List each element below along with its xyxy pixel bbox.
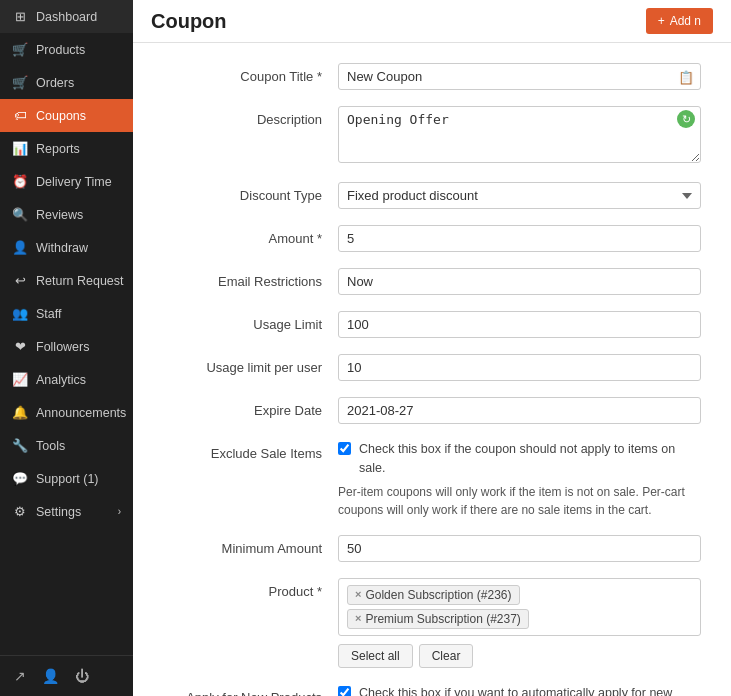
sidebar-item-coupons[interactable]: 🏷 Coupons: [0, 99, 133, 132]
sidebar-item-dashboard[interactable]: ⊞ Dashboard: [0, 0, 133, 33]
followers-icon: ❤: [12, 339, 28, 354]
product-btn-group: Select all Clear: [338, 644, 701, 668]
expire-date-input[interactable]: [338, 397, 701, 424]
announcements-icon: 🔔: [12, 405, 28, 420]
sidebar-item-withdraw[interactable]: 👤 Withdraw: [0, 231, 133, 264]
usage-limit-per-user-control: [338, 354, 701, 381]
sidebar-label-support: Support (1): [36, 472, 99, 486]
product-tag-2: × Premium Subscription (#237): [347, 609, 529, 629]
sidebar-label-reports: Reports: [36, 142, 80, 156]
exclude-sale-items-checkbox[interactable]: [338, 442, 351, 455]
product-control: × Golden Subscription (#236) × Premium S…: [338, 578, 701, 668]
sidebar-label-orders: Orders: [36, 76, 74, 90]
coupon-title-control: 📋: [338, 63, 701, 90]
usage-limit-per-user-row: Usage limit per user: [153, 354, 701, 381]
tools-icon: 🔧: [12, 438, 28, 453]
products-icon: 🛒: [12, 42, 28, 57]
amount-control: [338, 225, 701, 252]
settings-icon: ⚙: [12, 504, 28, 519]
discount-type-label: Discount Type: [153, 182, 338, 203]
sidebar-label-products: Products: [36, 43, 85, 57]
power-icon[interactable]: ⏻: [71, 664, 93, 688]
apply-new-products-label: Apply for New Products: [153, 684, 338, 697]
add-button[interactable]: + Add n: [646, 8, 713, 34]
coupon-title-input[interactable]: [338, 63, 701, 90]
apply-new-products-row: Apply for New Products Check this box if…: [153, 684, 701, 697]
product-tag-2-label: Premium Subscription (#237): [365, 612, 520, 626]
sidebar-item-support[interactable]: 💬 Support (1): [0, 462, 133, 495]
usage-limit-input[interactable]: [338, 311, 701, 338]
sidebar-label-tools: Tools: [36, 439, 65, 453]
sidebar-item-tools[interactable]: 🔧 Tools: [0, 429, 133, 462]
main-content: Coupon + Add n Coupon Title * 📋 Descript…: [133, 0, 731, 696]
add-button-label: Add n: [670, 14, 701, 28]
product-tag-1-label: Golden Subscription (#236): [365, 588, 511, 602]
sidebar: ⊞ Dashboard 🛒 Products 🛒 Orders 🏷 Coupon…: [0, 0, 133, 696]
sidebar-item-orders[interactable]: 🛒 Orders: [0, 66, 133, 99]
sidebar-label-announcements: Announcements: [36, 406, 126, 420]
description-textarea[interactable]: Opening Offer: [338, 106, 701, 163]
product-tag-1-remove[interactable]: ×: [355, 589, 361, 600]
email-restrictions-input[interactable]: [338, 268, 701, 295]
product-tags-container: × Golden Subscription (#236) × Premium S…: [338, 578, 701, 636]
sidebar-label-followers: Followers: [36, 340, 90, 354]
sidebar-label-settings: Settings: [36, 505, 81, 519]
exclude-sale-items-row: Exclude Sale Items Check this box if the…: [153, 440, 701, 519]
coupons-icon: 🏷: [12, 108, 28, 123]
exclude-sale-items-text: Check this box if the coupon should not …: [359, 440, 701, 478]
top-bar: Coupon + Add n: [133, 0, 731, 43]
sidebar-item-analytics[interactable]: 📈 Analytics: [0, 363, 133, 396]
product-tag-2-remove[interactable]: ×: [355, 613, 361, 624]
usage-limit-label: Usage Limit: [153, 311, 338, 332]
coupon-form: Coupon Title * 📋 Description Opening Off…: [133, 43, 731, 696]
sidebar-label-dashboard: Dashboard: [36, 10, 97, 24]
sidebar-item-return-request[interactable]: ↩ Return Request: [0, 264, 133, 297]
settings-arrow: ›: [118, 506, 121, 517]
sidebar-bottom: ↗ 👤 ⏻: [0, 655, 133, 696]
sidebar-item-reports[interactable]: 📊 Reports: [0, 132, 133, 165]
usage-limit-row: Usage Limit: [153, 311, 701, 338]
description-row: Description Opening Offer ↻: [153, 106, 701, 166]
amount-row: Amount *: [153, 225, 701, 252]
sidebar-item-followers[interactable]: ❤ Followers: [0, 330, 133, 363]
product-row: Product * × Golden Subscription (#236) ×…: [153, 578, 701, 668]
staff-icon: 👥: [12, 306, 28, 321]
description-textarea-wrap: Opening Offer ↻: [338, 106, 701, 166]
exclude-sale-items-checkbox-row: Check this box if the coupon should not …: [338, 440, 701, 478]
description-label: Description: [153, 106, 338, 127]
minimum-amount-row: Minimum Amount: [153, 535, 701, 562]
share-icon[interactable]: ↗: [10, 664, 30, 688]
sidebar-label-coupons: Coupons: [36, 109, 86, 123]
sidebar-item-settings[interactable]: ⚙ Settings ›: [0, 495, 133, 528]
exclude-sale-items-subtext: Per-item coupons will only work if the i…: [338, 483, 701, 519]
email-restrictions-row: Email Restrictions: [153, 268, 701, 295]
discount-type-select[interactable]: Fixed product discount Percentage discou…: [338, 182, 701, 209]
clear-button[interactable]: Clear: [419, 644, 474, 668]
coupon-title-label: Coupon Title *: [153, 63, 338, 84]
add-icon: +: [658, 14, 665, 28]
apply-new-products-checkbox[interactable]: [338, 686, 351, 697]
sidebar-item-reviews[interactable]: 🔍 Reviews: [0, 198, 133, 231]
refresh-icon[interactable]: ↻: [677, 110, 695, 128]
usage-limit-per-user-label: Usage limit per user: [153, 354, 338, 375]
email-restrictions-label: Email Restrictions: [153, 268, 338, 289]
apply-new-products-text: Check this box if you want to automatica…: [359, 684, 701, 697]
apply-new-products-checkbox-row: Check this box if you want to automatica…: [338, 684, 701, 697]
sidebar-item-staff[interactable]: 👥 Staff: [0, 297, 133, 330]
minimum-amount-input[interactable]: [338, 535, 701, 562]
sidebar-item-delivery-time[interactable]: ⏰ Delivery Time: [0, 165, 133, 198]
analytics-icon: 📈: [12, 372, 28, 387]
expire-date-control: [338, 397, 701, 424]
sidebar-item-products[interactable]: 🛒 Products: [0, 33, 133, 66]
email-restrictions-control: [338, 268, 701, 295]
usage-limit-per-user-input[interactable]: [338, 354, 701, 381]
sidebar-label-reviews: Reviews: [36, 208, 83, 222]
orders-icon: 🛒: [12, 75, 28, 90]
sidebar-label-withdraw: Withdraw: [36, 241, 88, 255]
delivery-icon: ⏰: [12, 174, 28, 189]
user-icon[interactable]: 👤: [38, 664, 63, 688]
sidebar-item-announcements[interactable]: 🔔 Announcements: [0, 396, 133, 429]
expire-date-label: Expire Date: [153, 397, 338, 418]
amount-input[interactable]: [338, 225, 701, 252]
select-all-button[interactable]: Select all: [338, 644, 413, 668]
